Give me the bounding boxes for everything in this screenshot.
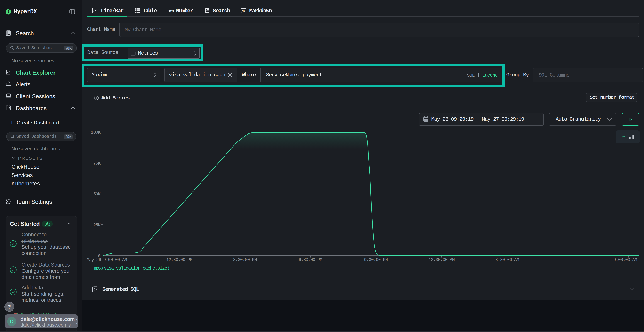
svg-text:3:30:00 PM: 3:30:00 PM	[233, 258, 257, 262]
svg-text:100K: 100K	[91, 130, 101, 135]
svg-text:9:30:00 PM: 9:30:00 PM	[364, 258, 388, 262]
svg-text:3:30:00 AM: 3:30:00 AM	[495, 258, 519, 262]
svg-text:12:30:00 PM: 12:30:00 PM	[166, 258, 192, 262]
svg-text:25K: 25K	[93, 223, 100, 228]
svg-text:9:00:00 AM: 9:00:00 AM	[614, 258, 637, 262]
svg-text:12:30:00 AM: 12:30:00 AM	[428, 258, 454, 262]
svg-text:May 26 9:00:00 AM: May 26 9:00:00 AM	[87, 258, 127, 262]
svg-text:50K: 50K	[93, 192, 100, 196]
svg-text:6:30:00 PM: 6:30:00 PM	[298, 258, 322, 262]
svg-text:75K: 75K	[93, 161, 100, 166]
